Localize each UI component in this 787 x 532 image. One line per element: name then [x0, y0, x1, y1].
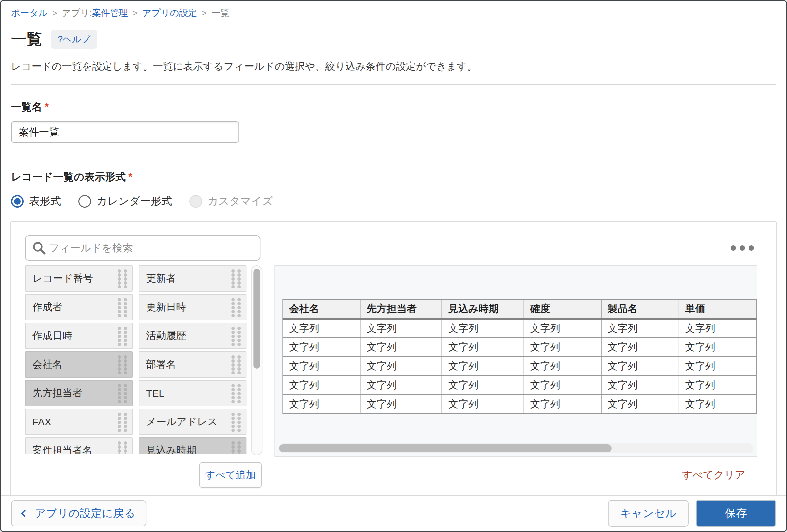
- scrollbar-thumb[interactable]: [279, 444, 612, 452]
- field-chip-label: メールアドレス: [146, 415, 231, 429]
- preview-cell: 文字列: [360, 357, 442, 376]
- preview-row: 文字列文字列文字列文字列文字列文字列: [283, 376, 756, 395]
- preview-cell: 文字列: [442, 395, 524, 414]
- clear-all-link[interactable]: すべてクリア: [682, 468, 745, 482]
- preview-column-header[interactable]: 製品名: [601, 300, 679, 319]
- preview-cell: 文字列: [601, 357, 679, 376]
- preview-cell: 文字列: [360, 319, 442, 338]
- field-chip[interactable]: 先方担当者: [25, 380, 133, 406]
- preview-row: 文字列文字列文字列文字列文字列文字列: [283, 357, 756, 376]
- preview-column-header[interactable]: 先方担当者: [360, 300, 442, 319]
- field-list: レコード番号更新者作成者更新日時作成日時活動履歴会社名部署名先方担当者TELFA…: [25, 265, 274, 454]
- add-all-button[interactable]: すべて追加: [199, 462, 262, 488]
- drag-handle-icon[interactable]: [231, 298, 243, 317]
- field-chip-label: 会社名: [33, 358, 118, 371]
- radio-calendar-format[interactable]: カレンダー形式: [78, 194, 172, 209]
- field-chip[interactable]: メールアドレス: [139, 409, 247, 435]
- drag-handle-icon[interactable]: [118, 355, 129, 374]
- preview-column-header[interactable]: 会社名: [283, 300, 360, 319]
- field-chip[interactable]: 更新日時: [139, 294, 247, 320]
- field-chip-label: 先方担当者: [33, 386, 118, 400]
- ellipsis-menu-icon[interactable]: [727, 242, 757, 254]
- field-chip[interactable]: 作成者: [25, 294, 133, 320]
- drag-handle-icon[interactable]: [118, 384, 129, 403]
- drag-handle-icon[interactable]: [118, 298, 129, 317]
- radio-disabled-icon: [189, 195, 202, 208]
- drag-handle-icon[interactable]: [231, 384, 243, 403]
- list-preview: 会社名先方担当者見込み時期確度製品名単価 文字列文字列文字列文字列文字列文字列文…: [274, 265, 757, 457]
- page-title: 一覧: [11, 29, 42, 50]
- field-chip-label: FAX: [33, 416, 118, 428]
- field-chip[interactable]: TEL: [139, 380, 247, 406]
- save-button[interactable]: 保存: [696, 500, 776, 527]
- required-mark: *: [128, 171, 132, 183]
- field-search-input[interactable]: [25, 235, 260, 261]
- list-name-input[interactable]: [11, 121, 239, 143]
- field-chip[interactable]: 案件担当者名: [25, 437, 133, 454]
- drag-handle-icon[interactable]: [231, 412, 243, 432]
- divider: [11, 84, 776, 85]
- preview-cell: 文字列: [601, 376, 679, 395]
- field-list-scrollbar[interactable]: [251, 265, 262, 455]
- field-chip[interactable]: レコード番号: [25, 265, 133, 292]
- field-chip[interactable]: 作成日時: [25, 323, 133, 349]
- preview-cell: 文字列: [524, 357, 601, 376]
- back-to-settings-button[interactable]: アプリの設定に戻る: [11, 500, 146, 526]
- preview-cell: 文字列: [442, 376, 524, 395]
- display-format-options: 表形式 カレンダー形式 カスタマイズ: [11, 194, 776, 209]
- search-icon: [32, 241, 46, 255]
- drag-handle-icon[interactable]: [231, 441, 243, 455]
- chevron-left-icon: [21, 510, 29, 517]
- preview-horizontal-scrollbar[interactable]: [278, 443, 753, 453]
- breadcrumb-link[interactable]: アプリの設定: [142, 7, 197, 19]
- radio-table-format[interactable]: 表形式: [11, 194, 61, 209]
- preview-cell: 文字列: [360, 395, 442, 414]
- field-chip-grid: レコード番号更新者作成者更新日時作成日時活動履歴会社名部署名先方担当者TELFA…: [25, 265, 247, 454]
- preview-cell: 文字列: [442, 319, 524, 338]
- scrollbar-thumb[interactable]: [253, 269, 260, 369]
- preview-column-header[interactable]: 見込み時期: [442, 300, 524, 319]
- drag-handle-icon[interactable]: [231, 326, 243, 346]
- preview-cell: 文字列: [601, 395, 679, 414]
- preview-cell: 文字列: [524, 376, 601, 395]
- breadcrumb-text: 一覧: [211, 7, 230, 19]
- field-chip-label: 作成日時: [33, 329, 118, 343]
- radio-unselected-icon: [78, 195, 91, 208]
- field-chip-label: TEL: [146, 388, 231, 399]
- drag-handle-icon[interactable]: [118, 441, 129, 455]
- drag-handle-icon[interactable]: [231, 355, 243, 374]
- field-chip[interactable]: 会社名: [25, 351, 133, 378]
- breadcrumb-link[interactable]: ポータル: [11, 7, 48, 19]
- breadcrumb-separator: >: [133, 8, 138, 18]
- preview-cell: 文字列: [283, 357, 360, 376]
- preview-cell: 文字列: [601, 319, 679, 338]
- preview-cell: 文字列: [601, 338, 679, 357]
- breadcrumb-item: アプリ:案件管理: [62, 7, 128, 19]
- cancel-button[interactable]: キャンセル: [608, 500, 689, 527]
- field-chip-label: 案件担当者名: [33, 444, 118, 454]
- field-chip-area: レコード番号更新者作成者更新日時作成日時活動履歴会社名部署名先方担当者TELFA…: [25, 265, 247, 454]
- preview-cell: 文字列: [283, 376, 360, 395]
- preview-cell: 文字列: [360, 376, 442, 395]
- breadcrumb-item: 一覧: [211, 7, 230, 19]
- preview-cell: 文字列: [442, 338, 524, 357]
- preview-column-header[interactable]: 単価: [679, 300, 756, 319]
- field-chip[interactable]: 更新者: [139, 265, 247, 292]
- field-chip[interactable]: 活動履歴: [139, 323, 247, 349]
- drag-handle-icon[interactable]: [118, 326, 129, 346]
- drag-handle-icon[interactable]: [118, 269, 129, 288]
- field-search: [25, 235, 260, 261]
- help-button[interactable]: ?ヘルプ: [51, 30, 97, 49]
- preview-row: 文字列文字列文字列文字列文字列文字列: [283, 319, 756, 338]
- preview-column-header[interactable]: 確度: [524, 300, 601, 319]
- field-chip[interactable]: 部署名: [139, 351, 247, 378]
- breadcrumb-link[interactable]: 案件管理: [92, 7, 128, 19]
- field-chip[interactable]: FAX: [25, 409, 133, 435]
- preview-cell: 文字列: [283, 319, 360, 338]
- field-chip[interactable]: 見込み時期: [139, 437, 247, 454]
- preview-row: 文字列文字列文字列文字列文字列文字列: [283, 338, 756, 357]
- drag-handle-icon[interactable]: [231, 269, 243, 288]
- field-chip-label: 部署名: [146, 358, 231, 371]
- required-mark: *: [45, 101, 49, 113]
- drag-handle-icon[interactable]: [118, 412, 129, 432]
